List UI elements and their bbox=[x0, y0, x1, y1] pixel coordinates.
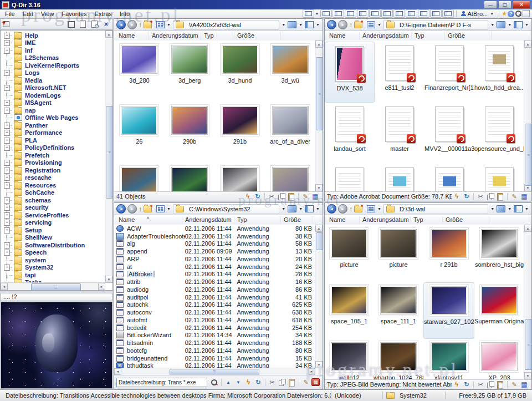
vertical-scrollbar[interactable]: ▲ ▼ ≡ bbox=[315, 40, 323, 191]
vertical-scrollbar[interactable]: ▲ ▼ ≡ bbox=[524, 40, 531, 191]
horizontal-scrollbar[interactable]: ◄ ► ☰ bbox=[114, 368, 315, 375]
address-dropdown-icon[interactable]: ▼ bbox=[490, 207, 494, 211]
profile-selector[interactable]: AtBro... ▼ bbox=[459, 11, 497, 17]
paste-icon[interactable] bbox=[496, 380, 505, 389]
scrollbar-thumb[interactable]: ☰ bbox=[31, 283, 81, 291]
column-date[interactable]: Änderungsdatum bbox=[362, 31, 409, 40]
refresh-icon[interactable]: ↻ bbox=[462, 192, 471, 201]
column-type[interactable]: Typ bbox=[237, 215, 247, 225]
layout-top-bottom-button[interactable] bbox=[345, 9, 356, 18]
column-type[interactable]: Typ bbox=[204, 31, 214, 40]
layout-left-right-button[interactable] bbox=[357, 9, 369, 18]
paste-icon[interactable] bbox=[288, 378, 296, 387]
file-row-bitsadmin[interactable]: bitsadmin02.11.2006 11:44Anwendung188 KB bbox=[114, 339, 315, 347]
file-item-26[interactable]: 26 bbox=[114, 103, 165, 164]
forward-button[interactable]: ► bbox=[338, 20, 347, 29]
expand-icon[interactable]: + bbox=[4, 227, 10, 234]
file-item-3d-w[interactable]: 3d_wü bbox=[265, 42, 315, 103]
scroll-up-icon[interactable]: ▲ bbox=[524, 225, 531, 232]
file-item-dvx-538[interactable]: DVX_538 bbox=[325, 42, 375, 103]
tree-item-nap[interactable]: +nap bbox=[2, 106, 104, 114]
file-item-item[interactable] bbox=[165, 164, 215, 191]
column-size[interactable]: Größe bbox=[284, 215, 301, 225]
help-icon[interactable]: ? bbox=[508, 11, 514, 17]
cut-icon[interactable]: ✂ bbox=[476, 380, 485, 389]
panel-toggle-icon[interactable] bbox=[523, 10, 530, 17]
file-item-wallp12[interactable]: wallp12 bbox=[325, 339, 374, 379]
quad-view-button[interactable] bbox=[66, 20, 76, 28]
file-item-wharton-1024-768[interactable]: wharton_1024_768... bbox=[374, 339, 423, 379]
forward-button[interactable]: ► bbox=[127, 20, 137, 29]
expand-icon[interactable]: + bbox=[4, 212, 10, 219]
grid-icon[interactable]: ▦ bbox=[311, 192, 320, 201]
file-item-picture[interactable]: picture bbox=[374, 226, 423, 282]
refresh-icon[interactable]: ↻ bbox=[462, 380, 471, 389]
expand-icon[interactable]: + bbox=[4, 160, 10, 166]
flash-icon[interactable]: ϟ bbox=[244, 378, 253, 387]
expand-icon[interactable]: + bbox=[4, 108, 10, 114]
column-name[interactable]: Name bbox=[329, 31, 345, 40]
address-bar[interactable]: D:\3d-wal bbox=[383, 204, 488, 214]
scroll-left-icon[interactable]: ◄ bbox=[114, 368, 121, 375]
scrollbar-thumb[interactable]: ≡ bbox=[525, 124, 531, 186]
column-date[interactable]: Änderungsdatum bbox=[152, 31, 198, 40]
file-item-item[interactable] bbox=[265, 164, 315, 191]
expand-icon[interactable]: + bbox=[4, 220, 10, 226]
background-icon[interactable] bbox=[288, 205, 296, 212]
file-item-mvv2-000011a3[interactable]: MVV2__000011a3 bbox=[424, 103, 474, 164]
chevron-down-icon[interactable]: ▼ bbox=[299, 23, 303, 27]
pane-layout-icon[interactable] bbox=[305, 21, 314, 28]
column-name[interactable]: Name bbox=[329, 215, 345, 225]
minimize-button[interactable]: — bbox=[484, 1, 497, 9]
file-item-picture[interactable]: picture bbox=[325, 226, 374, 282]
paste-icon[interactable] bbox=[287, 192, 296, 201]
pane-layout-icon[interactable] bbox=[514, 21, 523, 28]
layout-left-tree-button[interactable] bbox=[320, 9, 332, 18]
flash-icon[interactable]: ϟ bbox=[243, 192, 252, 201]
copy-icon[interactable] bbox=[277, 192, 286, 201]
expand-icon[interactable]: + bbox=[4, 265, 10, 271]
flash-icon[interactable]: ϟ bbox=[452, 380, 461, 389]
refresh-icon[interactable]: ↻ bbox=[254, 378, 263, 387]
file-item-290b[interactable]: 290b bbox=[165, 103, 215, 164]
file-item-starwars-027-1024[interactable]: starwars_027_1024 bbox=[423, 282, 474, 339]
file-row-at[interactable]: at02.11.2006 11:44Anwendung24 KB bbox=[114, 263, 315, 271]
file-row-atbroker[interactable]: AtBroker02.11.2006 11:44Anwendung28 KB bbox=[114, 271, 315, 278]
address-bar[interactable]: C:\Windows\System32 bbox=[173, 204, 279, 214]
expand-icon[interactable]: + bbox=[4, 100, 10, 106]
expand-icon[interactable]: + bbox=[4, 85, 10, 91]
file-item-item[interactable] bbox=[424, 164, 474, 191]
column-name[interactable]: Name bbox=[119, 215, 135, 225]
file-item-space-111-1[interactable]: space_111_1 bbox=[374, 282, 423, 339]
scrollbar-thumb[interactable]: ≡ bbox=[316, 57, 323, 130]
expand-icon[interactable]: + bbox=[4, 167, 10, 174]
chevron-down-icon[interactable]: ▼ bbox=[167, 207, 171, 211]
file-item-291b[interactable]: 291b bbox=[215, 103, 265, 164]
new-page-button[interactable] bbox=[78, 20, 88, 28]
column-size[interactable]: Größe bbox=[446, 215, 463, 225]
copy-icon[interactable] bbox=[486, 192, 495, 201]
file-item-howto-hdd-drea[interactable]: howto_hdd_drea... bbox=[474, 42, 524, 103]
scroll-up-icon[interactable]: ▲ bbox=[105, 31, 112, 38]
file-item-arc-of-a-diver[interactable]: arc_of_a_diver bbox=[265, 103, 315, 164]
chevron-down-icon[interactable]: ▼ bbox=[525, 23, 529, 27]
file-item-3d-280[interactable]: 3d_280 bbox=[114, 42, 165, 103]
scrollbar-thumb[interactable]: ≡ bbox=[525, 319, 531, 370]
grid-icon[interactable]: ▦ bbox=[520, 380, 529, 389]
chevron-down-icon[interactable]: ▼ bbox=[525, 207, 529, 211]
pane-layout-icon[interactable] bbox=[514, 205, 523, 212]
file-row-bootcfg[interactable]: bootcfg02.11.2006 11:44Anwendung80 KB bbox=[114, 347, 315, 354]
background-icon[interactable] bbox=[288, 21, 296, 28]
grid-icon[interactable]: ▦ bbox=[520, 192, 529, 201]
forward-button[interactable]: ► bbox=[338, 204, 347, 214]
back-button[interactable]: ◄ bbox=[327, 204, 336, 214]
file-item-item[interactable] bbox=[375, 164, 424, 191]
expand-icon[interactable]: + bbox=[4, 138, 10, 144]
column-size[interactable]: Größe bbox=[237, 31, 254, 40]
column-date[interactable]: Änderungsdatum bbox=[185, 215, 232, 225]
layout-quad-button[interactable] bbox=[303, 9, 314, 18]
pane-layout-icon[interactable] bbox=[305, 205, 314, 212]
menu-extras[interactable]: Extras bbox=[91, 9, 116, 18]
new-folder-icon[interactable] bbox=[354, 206, 362, 212]
file-row-adaptertroubleshooter[interactable]: AdapterTroubleshooter02.11.2006 11:44Anw… bbox=[114, 232, 315, 240]
